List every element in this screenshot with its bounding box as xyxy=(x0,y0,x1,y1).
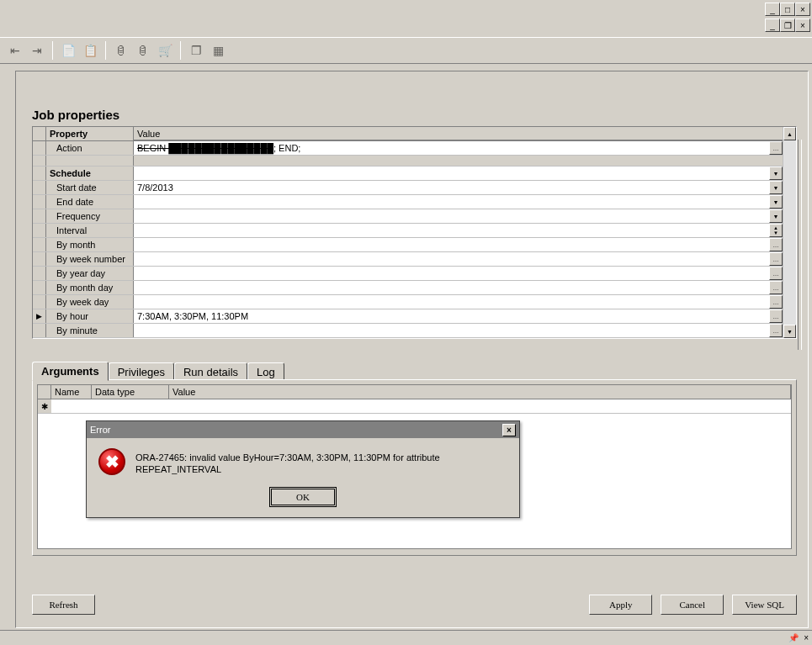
pin-icon[interactable]: 📌 xyxy=(788,633,799,642)
section-title: Job properties xyxy=(32,108,119,122)
schedule-header: Schedule xyxy=(46,167,134,180)
toolbar-icon[interactable]: 🛒 xyxy=(155,40,175,61)
dropdown-button[interactable]: ▼ xyxy=(769,167,783,180)
col-data-type: Data type xyxy=(92,385,169,399)
dropdown-button[interactable]: ▼ xyxy=(769,181,783,194)
dialog-message: ORA-27465: invalid value ByHour=7:30AM, … xyxy=(135,448,507,475)
ellipsis-button[interactable]: … xyxy=(769,252,783,266)
row-start-date: Start date 7/8/2013▼ xyxy=(33,181,783,195)
job-properties-table: ▲ ▼ Property Value Action BEGIN ████████… xyxy=(32,126,797,339)
table-header-row: Property Value xyxy=(33,127,783,141)
view-sql-button[interactable]: View SQL xyxy=(732,595,797,615)
restore-button[interactable]: ❐ xyxy=(780,19,795,32)
row-by-month-day: By month day … xyxy=(33,281,783,295)
row-schedule-header: Schedule ▼ xyxy=(33,167,783,181)
minimize-button[interactable]: _ xyxy=(765,19,780,32)
cancel-button[interactable]: Cancel xyxy=(661,595,724,615)
toolbar-icon[interactable]: 📄 xyxy=(58,40,78,61)
row-by-week-number: By week number … xyxy=(33,252,783,267)
button-bar: Refresh Apply Cancel View SQL xyxy=(32,595,797,615)
ellipsis-button[interactable]: … xyxy=(769,281,783,294)
row-by-hour: ▶ By hour 7:30AM, 3:30PM, 11:30PM… xyxy=(33,309,783,324)
scroll-down-button[interactable]: ▼ xyxy=(783,325,796,338)
dialog-close-button[interactable]: × xyxy=(502,424,516,436)
tab-arguments[interactable]: Arguments xyxy=(32,362,109,381)
col-property: Property xyxy=(46,127,134,140)
ellipsis-button[interactable]: … xyxy=(769,324,783,337)
close-icon[interactable]: × xyxy=(804,633,809,642)
prop-value[interactable]: BEGIN ████████████████; END; … xyxy=(134,141,783,155)
tab-run-details[interactable]: Run details xyxy=(174,362,247,381)
tab-strip: Arguments Privileges Run details Log xyxy=(32,360,797,380)
scroll-up-button[interactable]: ▲ xyxy=(783,127,796,140)
toolbar: ⇤ ⇥ 📄 📋 🛢 🛢 🛒 ❐ ▦ xyxy=(0,37,812,64)
dialog-title: Error xyxy=(90,425,110,435)
status-bar: 📌 × xyxy=(0,630,812,645)
ellipsis-button[interactable]: … xyxy=(769,141,783,155)
outer-window-controls: _ □ × xyxy=(765,3,810,16)
arguments-new-row[interactable]: ✱ xyxy=(38,399,791,414)
close-button[interactable]: × xyxy=(795,19,810,32)
error-icon: ✖ xyxy=(98,448,125,475)
col-value: Value xyxy=(134,127,783,140)
toolbar-icon[interactable]: 🛢 xyxy=(111,40,131,61)
scrollbar[interactable]: ▲ ▼ xyxy=(783,127,796,338)
toolbar-icon[interactable]: ⇤ xyxy=(5,40,25,61)
col-value: Value xyxy=(169,385,791,399)
row-action: Action BEGIN ████████████████; END; … xyxy=(33,141,783,156)
toolbar-icon[interactable]: 🛢 xyxy=(133,40,153,61)
toolbar-icon[interactable]: 📋 xyxy=(80,40,100,61)
spinner-button[interactable]: ▲▼ xyxy=(769,224,783,237)
row-interval: Interval ▲▼ xyxy=(33,224,783,238)
row-frequency: Frequency ▼ xyxy=(33,209,783,224)
maximize-button[interactable]: □ xyxy=(780,3,795,16)
vertical-resize-handle[interactable] xyxy=(798,140,802,350)
dialog-ok-button[interactable]: OK xyxy=(269,487,337,507)
prop-label: Action xyxy=(46,141,134,155)
dialog-titlebar[interactable]: Error × xyxy=(87,421,519,438)
minimize-button[interactable]: _ xyxy=(765,3,780,16)
dropdown-button[interactable]: ▼ xyxy=(769,195,783,209)
row-by-week-day: By week day … xyxy=(33,295,783,309)
ellipsis-button[interactable]: … xyxy=(769,267,783,280)
arguments-header: Name Data type Value xyxy=(38,385,791,399)
current-row-marker: ▶ xyxy=(33,309,46,323)
close-button[interactable]: × xyxy=(795,3,810,16)
ellipsis-button[interactable]: … xyxy=(769,309,783,323)
dropdown-button[interactable]: ▼ xyxy=(769,209,783,223)
new-row-marker: ✱ xyxy=(38,399,51,413)
row-end-date: End date ▼ xyxy=(33,195,783,209)
col-name: Name xyxy=(51,385,92,399)
row-by-month: By month … xyxy=(33,238,783,252)
tab-privileges[interactable]: Privileges xyxy=(109,362,174,381)
apply-button[interactable]: Apply xyxy=(589,595,652,615)
row-by-year-day: By year day … xyxy=(33,267,783,281)
error-dialog: Error × ✖ ORA-27465: invalid value ByHou… xyxy=(86,420,520,518)
row-by-minute: By minute … xyxy=(33,324,783,338)
toolbar-icon[interactable]: ▦ xyxy=(208,40,228,61)
refresh-button[interactable]: Refresh xyxy=(32,595,95,615)
inner-window-controls: _ ❐ × xyxy=(765,19,810,32)
toolbar-icon[interactable]: ⇥ xyxy=(27,40,47,61)
tab-log[interactable]: Log xyxy=(247,362,284,381)
toolbar-icon[interactable]: ❐ xyxy=(186,40,206,61)
ellipsis-button[interactable]: … xyxy=(769,238,783,251)
ellipsis-button[interactable]: … xyxy=(769,295,783,309)
